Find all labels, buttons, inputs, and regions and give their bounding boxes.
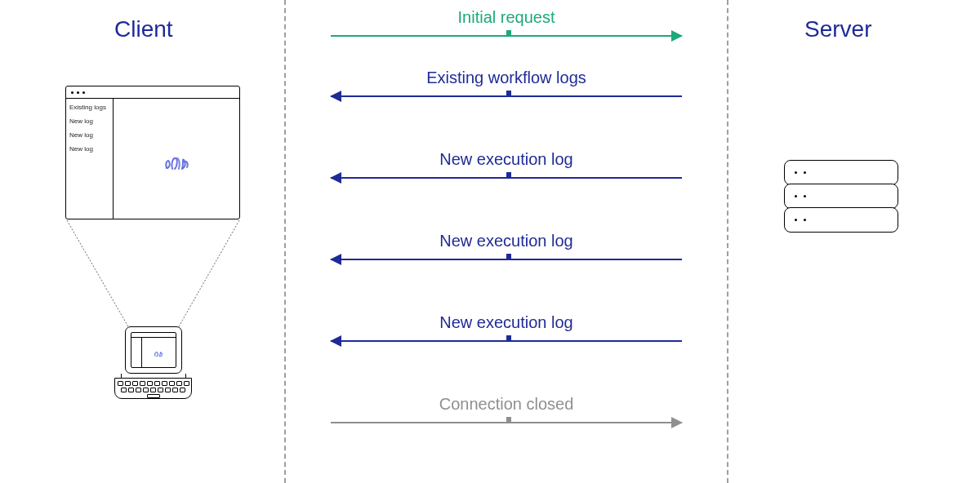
arrow-label: New execution log — [331, 313, 682, 332]
message-new-log-2: New execution log — [331, 232, 682, 260]
server-rack-icon — [784, 160, 898, 233]
arrow-right-icon — [331, 35, 682, 37]
svg-line-0 — [67, 220, 132, 334]
message-existing-logs: Existing workflow logs — [331, 69, 682, 97]
browser-window-icon: Existing logs New log New log New log — [65, 86, 240, 219]
lifeline-client-divider — [284, 0, 286, 483]
diagram-stage: Client Server Existing logs New log New … — [0, 0, 980, 483]
arrow-label: New execution log — [331, 232, 682, 250]
arrow-label: Connection closed — [331, 395, 682, 414]
window-titlebar-icon — [66, 86, 239, 99]
log-line: New log — [69, 145, 109, 153]
browser-sidebar-logs: Existing logs New log New log New log — [66, 99, 114, 219]
arrow-left-icon — [331, 177, 682, 179]
arrow-label: Existing workflow logs — [331, 69, 682, 87]
message-initial-request: Initial request — [331, 8, 682, 37]
client-title: Client — [114, 16, 173, 42]
arrow-right-icon — [331, 422, 682, 423]
message-new-log-1: New execution log — [331, 150, 682, 179]
arrow-label: Initial request — [331, 8, 682, 27]
lifeline-server-divider — [727, 0, 728, 483]
arrow-left-icon — [331, 95, 682, 97]
message-new-log-3: New execution log — [331, 313, 682, 342]
svg-line-1 — [175, 220, 239, 334]
browser-main-pane — [114, 99, 239, 219]
log-line: Existing logs — [69, 104, 109, 111]
log-line: New log — [69, 117, 109, 125]
message-connection-closed: Connection closed — [331, 395, 682, 423]
log-line: New log — [69, 131, 109, 139]
laptop-icon — [114, 326, 192, 399]
arrow-left-icon — [331, 259, 682, 260]
octopus-logo-icon-small — [153, 348, 164, 357]
arrow-label: New execution log — [331, 150, 682, 169]
arrow-left-icon — [331, 340, 682, 342]
server-title: Server — [804, 16, 871, 42]
octopus-logo-icon — [163, 147, 190, 171]
